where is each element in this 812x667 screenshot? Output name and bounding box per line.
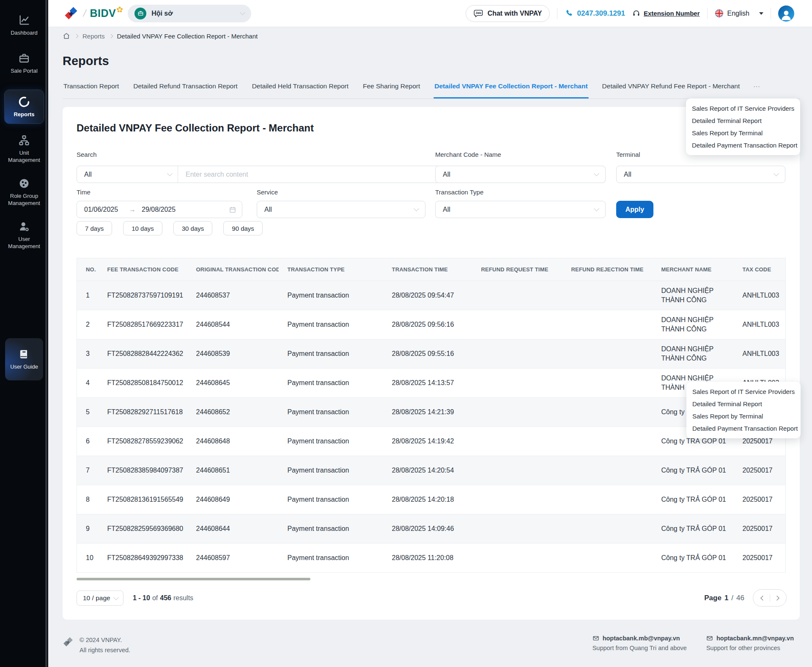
cell-refund-request-time [472, 339, 562, 369]
sidebar-item-label: User Management [3, 235, 45, 250]
bidv-logo: BIDV [90, 7, 121, 19]
cell-transaction-time: 28/08/2025 14:21:39 [383, 398, 472, 427]
previous-page-button[interactable] [756, 596, 770, 600]
cell-tax-code: 20250017 [734, 514, 786, 544]
next-page-button[interactable] [770, 596, 784, 600]
chevron-down-icon [414, 206, 419, 211]
tab-detailed-refund-transaction-report[interactable]: Detailed Refund Transaction Report [132, 80, 238, 98]
headset-icon [632, 9, 640, 17]
sidebar-item-user-guide[interactable]: User Guide [5, 338, 43, 380]
menu-item-sales-report-of-it-service-providers[interactable]: Sales Report of IT Service Providers [686, 385, 801, 398]
cell-original-transaction-code: 244608648 [187, 427, 279, 456]
quick-range-10-days[interactable]: 10 days [123, 221, 162, 235]
cell-fee-transaction-code: FT250828517669223317 [99, 310, 187, 339]
cell-no: 1 [77, 281, 99, 310]
cell-transaction-time: 28/08/2025 14:20:54 [383, 456, 472, 485]
phone-icon [565, 9, 573, 18]
support-note: Support from Quang Tri and above [593, 645, 687, 651]
cell-refund-request-time [472, 544, 562, 573]
quick-range-7-days[interactable]: 7 days [77, 221, 112, 235]
service-select[interactable]: All [257, 201, 425, 218]
report-tabs: Transaction ReportDetailed Refund Transa… [63, 80, 800, 99]
menu-item-detailed-terminal-report[interactable]: Detailed Terminal Report [686, 398, 801, 410]
branch-selector[interactable]: Hội sở [128, 5, 251, 22]
menu-item-detailed-terminal-report[interactable]: Detailed Terminal Report [686, 115, 800, 127]
support-email-link[interactable]: hoptacbank.mb@vnpay.vn [593, 635, 687, 642]
sidebar-item-dashboard[interactable]: Dashboard [3, 14, 45, 36]
menu-item-detailed-payment-transaction-report[interactable]: Detailed Payment Transaction Report [686, 139, 800, 151]
cell-no: 9 [77, 514, 99, 544]
brand-separator: / [82, 8, 87, 19]
tab-transaction-report[interactable]: Transaction Report [63, 80, 120, 98]
menu-item-sales-report-by-terminal[interactable]: Sales Report by Terminal [686, 127, 800, 139]
cell-tax-code: 20250017 [734, 544, 786, 573]
search-type-select[interactable]: All [77, 166, 178, 183]
rights-line: All rights reserved. [80, 645, 130, 655]
column-header-no: NO. [77, 258, 99, 281]
user-avatar[interactable] [778, 5, 794, 22]
date-range-picker[interactable]: 01/06/2025 → 29/08/2025 [77, 201, 242, 218]
cell-refund-request-time [472, 369, 562, 398]
table-row: 4FT250828508184750012244608645Payment tr… [77, 369, 786, 398]
page-title: Reports [63, 54, 109, 68]
chat-with-vnpay-button[interactable]: Zalo Chat with VNPAY [466, 5, 550, 22]
sidebar-item-user-management[interactable]: User Management [3, 221, 45, 250]
tab-fee-sharing-report[interactable]: Fee Sharing Report [362, 80, 421, 98]
footer: © 2024 VNPAY. All rights reserved. hopta… [48, 630, 812, 667]
footer-contact: hoptacbank.mn@vnpay.vnSupport for other … [706, 635, 794, 651]
tab-overflow-button[interactable]: ... [753, 80, 760, 98]
extension-label: Extension Number [644, 10, 700, 17]
report-context-menu-row: Sales Report of IT Service ProvidersDeta… [686, 382, 801, 438]
caret-down-icon [759, 12, 763, 15]
quick-range-90-days[interactable]: 90 days [223, 221, 263, 235]
merchant-select[interactable]: All [435, 166, 606, 183]
sidebar-item-label: Sale Portal [11, 67, 38, 74]
mail-icon [593, 635, 599, 642]
cell-refund-request-time [472, 310, 562, 339]
cell-transaction-time: 28/08/2025 09:56:16 [383, 310, 472, 339]
apply-button[interactable]: Apply [616, 201, 653, 218]
horizontal-scrollbar-thumb[interactable] [77, 578, 310, 580]
topbar-actions: Zalo Chat with VNPAY 0247.309.1291 Exten… [466, 5, 794, 22]
sidebar-item-sale-portal[interactable]: Sale Portal [3, 52, 45, 74]
sidebar-item-unit-management[interactable]: Unit Management [3, 134, 45, 164]
tab-detailed-vnpay-fee-collection-report-merchant[interactable]: Detailed VNPAY Fee Collection Report - M… [433, 80, 588, 98]
sidebar-item-reports[interactable]: Reports [4, 90, 44, 124]
chevron-right-icon [109, 34, 113, 38]
cell-merchant-name: Công ty TRẢ GÓP 01 [653, 544, 734, 573]
cell-refund-rejection-time [562, 369, 653, 398]
cell-transaction-type: Payment transaction [279, 514, 383, 544]
date-from: 01/06/2025 [84, 206, 118, 213]
org-chart-icon [18, 134, 30, 146]
cell-fee-transaction-code: FT250828508184750012 [99, 369, 187, 398]
sidebar-scrollbar[interactable] [45, 0, 47, 667]
tab-detailed-vnpay-refund-fee-report-merchant[interactable]: Detailed VNPAY Refund Fee Report - Merch… [601, 80, 741, 98]
home-icon[interactable] [63, 32, 70, 40]
menu-item-sales-report-of-it-service-providers[interactable]: Sales Report of IT Service Providers [686, 102, 800, 115]
cell-transaction-type: Payment transaction [279, 427, 383, 456]
cell-transaction-time: 28/08/2025 14:09:46 [383, 514, 472, 544]
language-selector[interactable]: English [715, 9, 763, 18]
menu-item-sales-report-by-terminal[interactable]: Sales Report by Terminal [686, 410, 801, 422]
transaction-type-select[interactable]: All [435, 201, 606, 218]
breadcrumb-item-reports[interactable]: Reports [82, 33, 105, 40]
service-label: Service [257, 189, 278, 196]
cell-transaction-type: Payment transaction [279, 544, 383, 573]
hotline-phone[interactable]: 0247.309.1291 [565, 9, 625, 18]
cell-no: 5 [77, 398, 99, 427]
extension-number-link[interactable]: Extension Number [632, 9, 700, 17]
chevron-down-icon [167, 171, 173, 176]
tab-detailed-held-transaction-report[interactable]: Detailed Held Transaction Report [251, 80, 349, 98]
cell-refund-rejection-time [562, 310, 653, 339]
support-email: hoptacbank.mb@vnpay.vn [603, 635, 680, 642]
column-header-fee-transaction-code: FEE TRANSACTION CODE [99, 258, 187, 281]
page-size-select[interactable]: 10 / page [77, 590, 123, 606]
quick-range-30-days[interactable]: 30 days [173, 221, 213, 235]
svg-text:Zalo: Zalo [475, 11, 481, 14]
terminal-select[interactable]: All [616, 166, 785, 183]
sidebar-item-role-group-management[interactable]: Role Group Management [3, 178, 45, 207]
chevron-left-icon [760, 596, 765, 600]
support-email-link[interactable]: hoptacbank.mn@vnpay.vn [706, 635, 794, 642]
menu-item-detailed-payment-transaction-report[interactable]: Detailed Payment Transaction Report [686, 422, 801, 435]
cell-transaction-time: 28/08/2025 09:55:16 [383, 339, 472, 369]
